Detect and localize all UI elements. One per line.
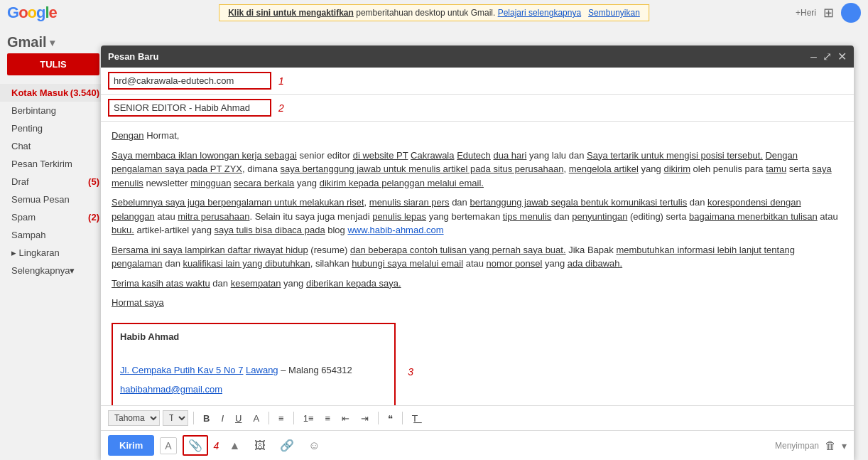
- attach-icon[interactable]: 📎: [183, 435, 208, 456]
- compose-header-controls: – ⤢ ✕: [810, 50, 847, 63]
- chat-label: Chat: [11, 141, 31, 151]
- align-button[interactable]: ≡: [274, 411, 288, 426]
- notification-text: pemberitahuan desktop untuk Gmail.: [356, 8, 497, 18]
- street-link[interactable]: Jl. Cempaka Putih Kav 5 No 7: [120, 365, 243, 375]
- main-layout: Gmail ▾ TULIS Kotak Masuk (3.540) Berbin…: [0, 26, 868, 460]
- expand-icon[interactable]: ⤢: [823, 50, 832, 63]
- sent-label: Pesan Terkirim: [11, 159, 72, 169]
- italic-button[interactable]: I: [217, 411, 228, 426]
- subject-number: 2: [278, 102, 284, 114]
- sidebar-item-circles[interactable]: ▸ Lingkaran: [0, 244, 107, 262]
- compose-footer: Kirim A 📎 4 ▲ 🖼 🔗 ☺ Menyimpan 🗑 ▾: [101, 430, 854, 460]
- link-icon[interactable]: 🔗: [276, 437, 298, 454]
- avatar[interactable]: [841, 3, 861, 23]
- signature-address: Jl. Cempaka Putih Kav 5 No 7 Lawang – Ma…: [120, 363, 387, 378]
- toolbar-sep1: [193, 412, 194, 424]
- font-select[interactable]: Tahoma: [108, 410, 160, 426]
- toolbar-sep5: [402, 412, 403, 424]
- learn-more-link[interactable]: Pelajari selengkapnya: [498, 8, 581, 18]
- subject-field-box: [108, 99, 271, 117]
- drafts-count: (5): [88, 176, 99, 187]
- signature-box: Habib Ahmad Jl. Cempaka Putih Kav 5 No 7…: [112, 323, 396, 406]
- drive-icon[interactable]: ▲: [224, 437, 244, 454]
- top-bar: Google Klik di sini untuk mengaktifkan p…: [0, 0, 868, 26]
- notification-bold[interactable]: Klik di sini untuk mengaktifkan: [228, 8, 354, 18]
- attach-number: 4: [214, 440, 219, 451]
- drafts-label: Draf: [11, 176, 29, 187]
- important-label: Penting: [11, 123, 43, 134]
- ordered-list-button[interactable]: 1≡: [299, 411, 318, 426]
- compose-header: Pesan Baru – ⤢ ✕: [101, 46, 854, 68]
- subject-input[interactable]: [114, 102, 266, 113]
- sidebar-item-starred[interactable]: Berbintang: [0, 102, 107, 119]
- user-name[interactable]: +Heri: [796, 8, 816, 18]
- bold-button[interactable]: B: [199, 411, 214, 426]
- close-icon[interactable]: ✕: [837, 50, 847, 63]
- unordered-list-button[interactable]: ≡: [321, 411, 335, 426]
- gmail-label: Gmail ▾: [0, 31, 107, 53]
- compose-title: Pesan Baru: [108, 51, 159, 62]
- email-link[interactable]: habibahmad@gmail.com: [120, 384, 222, 395]
- sidebar-item-trash[interactable]: Sampah: [0, 226, 107, 244]
- city-link[interactable]: Lawang: [246, 365, 278, 375]
- spam-label: Spam: [11, 212, 36, 223]
- inbox-count: (3.540): [70, 87, 99, 98]
- to-field-row: 1: [101, 68, 854, 95]
- more-options-icon[interactable]: ▾: [842, 440, 847, 451]
- blog-link[interactable]: www.habib-ahmad.com: [347, 225, 443, 235]
- signature-email: habibahmad@gmail.com: [120, 383, 387, 397]
- text-color-button[interactable]: A: [249, 411, 264, 426]
- sidebar-item-inbox[interactable]: Kotak Masuk (3.540): [0, 84, 107, 102]
- delete-draft-icon[interactable]: 🗑: [825, 439, 836, 452]
- toolbar-sep2: [268, 412, 269, 424]
- body-para4: Terima kasih atas waktu dan kesempatan y…: [112, 277, 843, 291]
- top-right-controls: +Heri ⊞: [796, 3, 861, 23]
- signature-number: 3: [408, 365, 413, 380]
- emoji-icon[interactable]: ☺: [304, 437, 324, 454]
- gmail-dropdown-icon[interactable]: ▾: [50, 37, 55, 48]
- remove-format-button[interactable]: T͟: [408, 411, 422, 426]
- google-logo: Google: [7, 4, 57, 22]
- underline-button[interactable]: U: [231, 411, 246, 426]
- signature-container: Habib Ahmad Jl. Cempaka Putih Kav 5 No 7…: [112, 316, 396, 406]
- indent-less-button[interactable]: ⇤: [337, 411, 354, 426]
- subject-field-row: 2: [101, 95, 854, 122]
- minimize-icon[interactable]: –: [810, 50, 817, 63]
- inbox-label: Kotak Masuk: [11, 87, 68, 98]
- signature-name: Habib Ahmad: [120, 330, 387, 344]
- to-input[interactable]: [114, 75, 266, 86]
- send-button[interactable]: Kirim: [108, 435, 154, 456]
- footer-right: Menyimpan 🗑 ▾: [775, 439, 847, 452]
- toolbar-sep3: [293, 412, 294, 424]
- notification-bar: Klik di sini untuk mengaktifkan pemberit…: [219, 4, 649, 21]
- formatting-toolbar: Tahoma T B I U A ≡ 1≡ ≡ ⇤ ⇥ ❝ T͟: [101, 405, 854, 430]
- all-label: Semua Pesan: [11, 194, 70, 205]
- sidebar-item-sent[interactable]: Pesan Terkirim: [0, 155, 107, 173]
- text-format-icon[interactable]: A: [160, 437, 176, 454]
- trash-label: Sampah: [11, 230, 45, 240]
- spam-count: (2): [88, 212, 99, 223]
- greeting: Dengan Hormat,: [112, 129, 843, 143]
- sidebar-item-important[interactable]: Penting: [0, 119, 107, 137]
- body-para1: Saya membaca iklan lowongan kerja sebaga…: [112, 149, 843, 191]
- sidebar-item-drafts[interactable]: Draf (5): [0, 173, 107, 191]
- hide-link[interactable]: Sembunyikan: [588, 8, 640, 18]
- toolbar-sep4: [378, 412, 379, 424]
- to-field-box: [108, 72, 271, 90]
- apps-icon[interactable]: ⊞: [823, 5, 834, 21]
- sidebar-item-chat[interactable]: Chat: [0, 137, 107, 155]
- photo-icon[interactable]: 🖼: [250, 437, 270, 454]
- indent-more-button[interactable]: ⇥: [357, 411, 373, 426]
- compose-window: Pesan Baru – ⤢ ✕ 1 2 Dengan Hormat,: [101, 46, 854, 460]
- compose-button[interactable]: TULIS: [7, 53, 99, 75]
- sidebar-item-more[interactable]: Selengkapnya▾: [0, 262, 107, 279]
- font-size-select[interactable]: T: [163, 410, 188, 426]
- compose-body[interactable]: Dengan Hormat, Saya membaca iklan lowong…: [101, 122, 854, 405]
- body-para2: Sebelumnya saya juga berpengalaman untuk…: [112, 196, 843, 237]
- quote-button[interactable]: ❝: [384, 411, 397, 426]
- to-number: 1: [278, 75, 284, 87]
- sidebar-item-all[interactable]: Semua Pesan: [0, 191, 107, 208]
- more-label: Selengkapnya▾: [11, 265, 75, 276]
- sidebar-item-spam[interactable]: Spam (2): [0, 208, 107, 226]
- closing: Hormat saya: [112, 296, 843, 310]
